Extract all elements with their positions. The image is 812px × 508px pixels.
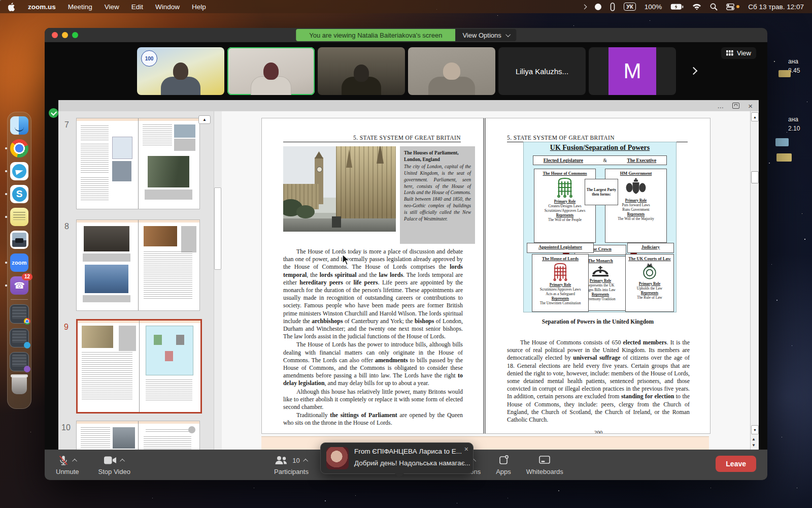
dock-chrome-icon[interactable] xyxy=(10,139,28,157)
thumbnails-scrollbar[interactable] xyxy=(214,111,222,450)
maximize-icon[interactable] xyxy=(732,103,739,109)
shared-screen-pdf-viewer: … × ▲ 7 xyxy=(58,100,759,450)
dock-stickies-icon[interactable] xyxy=(10,208,28,226)
unmute-button[interactable]: Unmute xyxy=(56,453,79,475)
keyboard-layout-badge[interactable]: УК xyxy=(624,3,636,11)
muted-mic-icon xyxy=(58,454,69,466)
menubar-collapse-chevron-icon[interactable] xyxy=(582,4,587,9)
green-portcullis-icon xyxy=(555,177,574,198)
deco xyxy=(77,118,199,209)
deco xyxy=(332,216,341,228)
spotlight-search-icon[interactable] xyxy=(710,3,718,11)
dock-separator xyxy=(11,299,28,300)
close-window-button[interactable] xyxy=(52,32,58,38)
deco xyxy=(315,151,323,158)
view-options-button[interactable]: View Options xyxy=(455,29,516,41)
more-options-icon[interactable]: … xyxy=(717,102,724,110)
centennial-logo: 100 xyxy=(141,50,157,67)
scroll-down-button[interactable]: ▼ xyxy=(751,425,759,434)
courts-crest-icon xyxy=(641,262,658,280)
control-center-icon[interactable] xyxy=(726,4,739,10)
wifi-icon[interactable] xyxy=(692,4,701,10)
scrollbar-thumb[interactable] xyxy=(751,171,759,183)
figure-caption-title: The Houses of Parliament, London, Englan… xyxy=(404,150,471,163)
page-thumbnail-7[interactable]: 7 xyxy=(76,118,200,209)
stop-video-button[interactable]: Stop Video xyxy=(98,453,130,475)
menu-help[interactable]: Help xyxy=(192,3,206,11)
skip-down-icon: ▼ xyxy=(752,443,756,448)
apple-logo-icon[interactable] xyxy=(8,3,16,11)
desktop-file-icon[interactable] xyxy=(776,153,792,162)
dock-finder-icon[interactable] xyxy=(10,116,28,135)
participant-tile-m[interactable]: M xyxy=(589,47,676,95)
menubar-app-name[interactable]: zoom.us xyxy=(28,3,56,11)
next-participants-button[interactable] xyxy=(691,67,696,76)
desktop-file-label[interactable]: 2.10 xyxy=(788,125,800,132)
battery-icon[interactable] xyxy=(670,4,684,10)
view-layout-button[interactable]: View xyxy=(721,47,756,59)
dock-preview-icon[interactable] xyxy=(10,231,28,249)
apps-button[interactable]: Apps xyxy=(496,453,511,475)
dock-minimized-window-chrome[interactable] xyxy=(10,304,29,324)
menu-window[interactable]: Window xyxy=(155,3,180,11)
menu-view[interactable]: View xyxy=(105,3,119,11)
whiteboards-button[interactable]: Whiteboards xyxy=(526,453,563,475)
participant-tile-liliya[interactable]: Liliya Kaluzhs... xyxy=(498,47,586,95)
desktop-file-label[interactable]: ана xyxy=(788,58,798,65)
dock-minimized-window-viber[interactable] xyxy=(10,352,29,371)
fullscreen-window-button[interactable] xyxy=(72,32,78,38)
chevron-up-icon[interactable] xyxy=(120,458,125,463)
viber-mini-icon xyxy=(24,366,30,372)
thumbnails-scrollbar-thumb[interactable] xyxy=(214,187,221,270)
menu-edit[interactable]: Edit xyxy=(131,3,143,11)
capsule-icon[interactable] xyxy=(610,3,615,11)
whiteboards-label: Whiteboards xyxy=(526,468,563,475)
paragraph: The House of Commons consists of 650 ele… xyxy=(507,339,690,424)
chat-from-line: From ЄПІФАНЦЕВА Лариса to E... xyxy=(354,448,462,455)
participant-tile-4[interactable] xyxy=(408,47,495,95)
desktop-file-icon[interactable] xyxy=(779,70,791,77)
menu-meeting[interactable]: Meeting xyxy=(68,3,92,11)
chevron-up-icon[interactable] xyxy=(303,458,308,463)
page-thumbnail-10[interactable]: 10 xyxy=(76,421,200,450)
close-notification-icon[interactable]: × xyxy=(464,445,468,453)
minimize-window-button[interactable] xyxy=(62,32,68,38)
close-icon[interactable]: × xyxy=(748,102,753,110)
dock-telegram-icon[interactable] xyxy=(10,162,28,180)
desktop-file-label[interactable]: ана xyxy=(788,116,798,123)
dock-trash-icon[interactable] xyxy=(12,376,27,394)
appointed-label: Appointed Legislature xyxy=(538,244,582,249)
page-thumbnail-8[interactable]: 8 xyxy=(76,219,200,311)
chevron-right-icon xyxy=(690,67,698,75)
dock-zoom-icon[interactable]: zoom xyxy=(10,253,28,272)
menubar-clock[interactable]: Сб 13 трав. 12:07 xyxy=(748,3,804,11)
participant-head xyxy=(173,62,188,80)
dock-minimized-window-telegram[interactable] xyxy=(10,328,29,347)
scroll-up-button[interactable]: ▲ xyxy=(751,112,759,121)
participant-tile-3[interactable] xyxy=(318,47,405,95)
page-thumbnail-9-selected[interactable]: 9 xyxy=(76,319,202,414)
view-label: View xyxy=(737,49,751,57)
thumbnails-scroll-up-button[interactable]: ▲ xyxy=(198,115,211,124)
participant-tile-1[interactable]: 100 xyxy=(137,47,224,95)
sender-avatar xyxy=(326,447,349,469)
participants-button[interactable]: 10 Participants xyxy=(274,453,309,475)
document-scrollbar[interactable]: ▲ ▼ ▲ ▼ xyxy=(750,111,759,450)
viewing-screen-banner: You are viewing Natalia Baiteriakova's s… xyxy=(296,29,455,41)
crown-icon xyxy=(590,264,611,277)
leave-button[interactable]: Leave xyxy=(716,456,756,472)
chevron-up-icon[interactable] xyxy=(72,458,77,463)
chat-notification-popup[interactable]: From ЄПІФАНЦЕВА Лариса to E... Добрий де… xyxy=(320,442,473,474)
thumbnail-panel: ▲ 7 xyxy=(58,111,222,450)
largest-party-box: The Largest Party then forms: xyxy=(585,179,618,205)
screen-record-indicator-icon[interactable] xyxy=(595,4,601,10)
desktop-file-icon[interactable] xyxy=(775,138,789,146)
skip-up-button[interactable]: ▲ xyxy=(752,437,756,441)
dock-skype-icon[interactable]: S xyxy=(10,185,28,203)
participant-tile-2-active-speaker[interactable] xyxy=(227,47,315,95)
thumbnail-number: 8 xyxy=(64,222,69,231)
skip-down-button[interactable]: ▼ xyxy=(752,443,756,448)
participant-head xyxy=(263,62,279,80)
dock-viber-icon[interactable]: ☎12 xyxy=(10,276,28,295)
running-dot xyxy=(5,216,7,218)
